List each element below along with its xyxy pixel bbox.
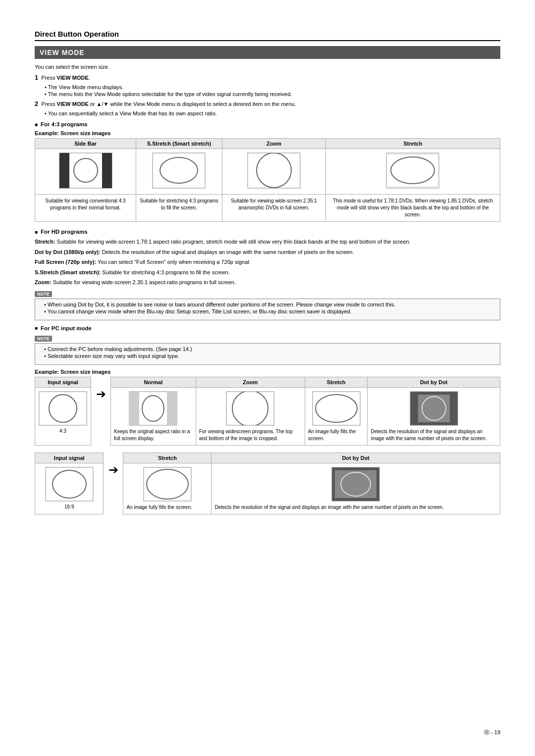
note2-label: NOTE xyxy=(35,336,52,342)
step1-bold: VIEW MODE xyxy=(57,75,89,81)
svg-rect-16 xyxy=(129,392,139,425)
note1-bullet-2: You cannot change view mode when the Blu… xyxy=(44,308,496,314)
pc-table-1: Input signal Normal Zoom Stretch Dot by … xyxy=(35,377,500,446)
pc1-col-arrow xyxy=(91,377,111,387)
pc2-col-dotbydot: Dot by Dot xyxy=(212,453,500,463)
pc1-dotbydot-screen xyxy=(409,391,459,426)
col-sstretch: S.Stretch (Smart stretch) xyxy=(136,139,222,149)
svg-rect-11 xyxy=(386,187,439,188)
svg-rect-29 xyxy=(144,467,191,501)
section-title: Direct Button Operation xyxy=(35,30,500,41)
step2-mid: or ▲/▼ while the View Mode menu is displ… xyxy=(89,101,296,107)
pc1-col-stretch: Stretch xyxy=(305,377,368,387)
pc2-stretch-screen xyxy=(143,466,192,502)
hd-item-0: Stretch: Suitable for viewing wide-scree… xyxy=(35,238,500,246)
hd-item-3: S.Stretch (Smart stretch): Suitable for … xyxy=(35,268,500,277)
forhd-title: For HD programs xyxy=(35,229,500,235)
note1-bullet-1: When using Dot by Dot, it is possible to… xyxy=(44,302,496,307)
step2: 2 Press VIEW MODE or ▲/▼ while the View … xyxy=(35,100,500,107)
stretch-screen-svg xyxy=(385,152,440,189)
pc1-stretch-screen xyxy=(312,391,361,426)
pc2-dotbydot-desc: Detects the resolution of the signal and… xyxy=(214,504,497,511)
svg-rect-9 xyxy=(386,153,439,188)
for43-title: For 4:3 programs xyxy=(35,121,500,127)
hd-item-2: Full Screen (720p only): You can select … xyxy=(35,258,500,266)
pc2-col-arrow xyxy=(104,453,123,463)
step2-num: 2 xyxy=(35,100,38,107)
forpc-title: For PC input mode xyxy=(35,325,500,331)
hd-item-4: Zoom: Suitable for viewing wide-screen 2… xyxy=(35,278,500,287)
forhd-section: For HD programs Stretch: Suitable for vi… xyxy=(35,229,500,287)
note2-content: Connect the PC before making adjustments… xyxy=(35,343,500,365)
step2-bullet-1: You can sequentially select a View Mode … xyxy=(45,110,500,116)
pc1-dotbydot-img: Detects the resolution of the signal and… xyxy=(368,387,500,445)
step1: 1 Press VIEW MODE. xyxy=(35,74,500,81)
step2-bold: VIEW MODE xyxy=(57,101,89,107)
for43-example-label: Example: Screen size images xyxy=(35,130,500,136)
svg-rect-17 xyxy=(167,392,177,425)
pc2-ratio: 16:9 xyxy=(38,504,100,509)
step1-text: Press xyxy=(41,75,56,81)
pc2-input-img: 16:9 xyxy=(35,463,104,514)
step2-bullets: You can sequentially select a View Mode … xyxy=(35,110,500,116)
pc2-dotbydot-img: Detects the resolution of the signal and… xyxy=(212,463,500,514)
pc1-col-normal: Normal xyxy=(111,377,196,387)
pc1-normal-img: Keeps the original aspect ratio in a ful… xyxy=(111,387,196,445)
pc1-ratio: 4:3 xyxy=(38,428,88,434)
sstretch-screen-svg xyxy=(152,152,206,189)
arrow-icon: ➔ xyxy=(96,387,106,401)
page-number: ⓔ - 19 xyxy=(484,729,500,736)
arrow-icon-2: ➔ xyxy=(108,463,118,476)
pc2-arrow: ➔ xyxy=(104,463,123,514)
cell-zoom-img xyxy=(222,149,325,195)
pc1-col-input: Input signal xyxy=(35,377,91,387)
pc2-col-input: Input signal xyxy=(35,453,104,463)
note1-label: NOTE xyxy=(35,291,52,297)
forpc-section: For PC input mode NOTE Connect the PC be… xyxy=(35,325,500,514)
pc2-stretch-desc: An image fully fills the screen. xyxy=(126,504,208,511)
cell-sstretch-img xyxy=(136,149,222,195)
pc1-zoom-desc: For viewing widescreen programs. The top… xyxy=(199,428,302,442)
pc2-col-stretch: Stretch xyxy=(123,453,212,463)
svg-rect-19 xyxy=(226,392,274,425)
for43-table: Side Bar S.Stretch (Smart stretch) Zoom … xyxy=(35,138,500,222)
pc1-normal-desc: Keeps the original aspect ratio in a ful… xyxy=(114,428,193,442)
svg-rect-25 xyxy=(418,395,450,422)
pc2-dotbydot-screen xyxy=(331,466,380,502)
forpc-example-label: Example: Screen size images xyxy=(35,369,500,375)
pc1-col-dotbydot: Dot by Dot xyxy=(368,377,500,387)
sidebar-screen-svg xyxy=(58,152,113,189)
pc1-normal-screen xyxy=(128,391,178,426)
svg-rect-2 xyxy=(102,153,112,188)
pc-table-2: Input signal Stretch Dot by Dot 16:9 ➔ xyxy=(35,453,500,514)
pc1-zoom-screen xyxy=(225,391,275,426)
step1-bullet-1: The View Mode menu displays. xyxy=(45,84,500,90)
cell-sstretch-desc: Suitable for stretching 4:3 programs to … xyxy=(136,195,222,222)
note2-bullet-1: Connect the PC before making adjustments… xyxy=(44,346,496,352)
pc1-input-img: 4:3 xyxy=(35,387,91,445)
cell-stretch-img xyxy=(325,149,500,195)
pc1-stretch-desc: An image fully fills the screen. xyxy=(308,428,365,442)
pc1-stretch-img: An image fully fills the screen. xyxy=(305,387,368,445)
pc2-stretch-img: An image fully fills the screen. xyxy=(123,463,212,514)
cell-sidebar-img xyxy=(35,149,136,195)
note2-block: NOTE Connect the PC before making adjust… xyxy=(35,335,500,365)
note1-content: When using Dot by Dot, it is possible to… xyxy=(35,299,500,320)
hd-items: Stretch: Suitable for viewing wide-scree… xyxy=(35,238,500,287)
cell-stretch-desc: This mode is useful for 1.78:1 DVDs. Whe… xyxy=(325,195,500,222)
svg-rect-10 xyxy=(386,153,439,154)
hd-item-1: Dot by Dot (1080i/p only): Detects the r… xyxy=(35,248,500,256)
intro-text: You can select the screen size. xyxy=(35,64,500,70)
pc1-input-screen xyxy=(38,391,88,426)
col-zoom: Zoom xyxy=(222,139,325,149)
col-stretch: Stretch xyxy=(325,139,500,149)
svg-rect-1 xyxy=(59,153,69,188)
svg-rect-13 xyxy=(39,392,87,425)
pc1-zoom-img: For viewing widescreen programs. The top… xyxy=(196,387,305,445)
note1-bullets: When using Dot by Dot, it is possible to… xyxy=(39,302,496,314)
step1-num: 1 xyxy=(35,74,38,81)
note2-bullet-2: Selectable screen size may vary with inp… xyxy=(44,353,496,359)
svg-rect-6 xyxy=(248,153,300,188)
note2-bullets: Connect the PC before making adjustments… xyxy=(39,346,496,359)
step2-text: Press xyxy=(41,101,56,107)
